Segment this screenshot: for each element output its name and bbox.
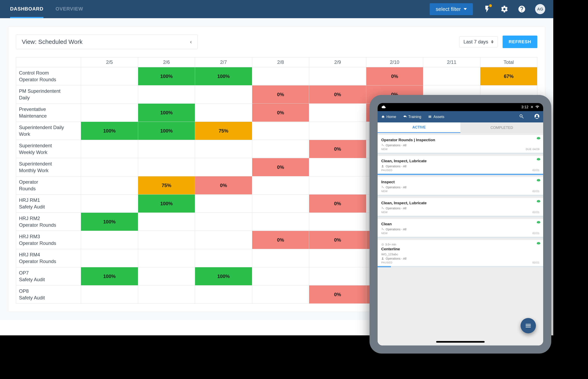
data-cell[interactable] bbox=[81, 249, 138, 267]
data-cell[interactable] bbox=[81, 85, 138, 104]
data-cell[interactable]: 0% bbox=[252, 231, 309, 249]
data-cell[interactable] bbox=[252, 195, 309, 213]
data-cell[interactable] bbox=[81, 176, 138, 195]
data-cell[interactable] bbox=[81, 158, 138, 176]
data-cell[interactable] bbox=[252, 267, 309, 285]
data-cell[interactable] bbox=[138, 267, 195, 285]
data-cell[interactable] bbox=[195, 285, 252, 304]
data-cell[interactable]: 100% bbox=[138, 122, 195, 140]
task-status: PAUSED bbox=[381, 261, 392, 264]
tablet-app-header: Home Training Assets bbox=[377, 111, 543, 122]
date-range-select[interactable]: Last 7 days bbox=[459, 36, 498, 47]
data-cell[interactable]: 100% bbox=[195, 67, 252, 85]
data-cell[interactable]: 75% bbox=[195, 122, 252, 140]
data-cell[interactable] bbox=[195, 158, 252, 176]
data-cell[interactable] bbox=[252, 140, 309, 158]
data-cell[interactable] bbox=[309, 176, 366, 195]
data-cell[interactable]: 100% bbox=[195, 267, 252, 285]
data-cell[interactable]: 100% bbox=[81, 213, 138, 231]
nav-training[interactable]: Training bbox=[403, 115, 421, 119]
data-cell[interactable] bbox=[138, 285, 195, 304]
task-list[interactable]: Operator Rounds | InspectionOperations -… bbox=[377, 133, 543, 346]
data-cell[interactable] bbox=[138, 140, 195, 158]
task-card[interactable]: 3.0+ minCenterlineWO_123abcOperations - … bbox=[377, 240, 543, 266]
data-cell[interactable]: 0% bbox=[252, 104, 309, 122]
tab-dashboard[interactable]: DASHBOARD bbox=[10, 0, 44, 18]
task-card[interactable]: CleanOperations - AllNEW02/21 bbox=[377, 219, 543, 237]
data-cell[interactable] bbox=[195, 213, 252, 231]
data-cell[interactable] bbox=[138, 158, 195, 176]
task-card[interactable]: Clean, Inspect, LubricateOperations - Al… bbox=[377, 156, 543, 174]
data-cell[interactable] bbox=[252, 249, 309, 267]
data-cell[interactable] bbox=[195, 249, 252, 267]
nav-home[interactable]: Home bbox=[381, 115, 396, 119]
data-cell[interactable]: 0% bbox=[309, 231, 366, 249]
task-progress bbox=[377, 195, 543, 196]
help-icon[interactable] bbox=[518, 5, 526, 13]
filter-select[interactable]: select filter bbox=[430, 3, 473, 15]
data-cell[interactable]: 0% bbox=[252, 85, 309, 104]
task-card[interactable]: InspectOperations - AllNEW02/21 bbox=[377, 177, 543, 195]
data-cell[interactable] bbox=[309, 267, 366, 285]
data-cell[interactable] bbox=[252, 122, 309, 140]
data-cell[interactable]: 0% bbox=[309, 285, 366, 304]
task-subtitle: Operations - All bbox=[381, 206, 540, 210]
data-cell[interactable] bbox=[252, 213, 309, 231]
data-cell[interactable] bbox=[252, 176, 309, 195]
data-cell[interactable] bbox=[81, 140, 138, 158]
data-cell[interactable] bbox=[138, 231, 195, 249]
data-cell[interactable]: 75% bbox=[138, 176, 195, 195]
tab-overview[interactable]: OVERVIEW bbox=[56, 0, 83, 18]
data-cell[interactable] bbox=[81, 231, 138, 249]
task-right-meta: 02/21 bbox=[532, 232, 540, 235]
data-cell[interactable] bbox=[252, 67, 309, 85]
data-cell[interactable] bbox=[195, 231, 252, 249]
gear-icon[interactable] bbox=[500, 5, 508, 13]
data-cell[interactable] bbox=[81, 195, 138, 213]
data-cell[interactable]: 100% bbox=[138, 67, 195, 85]
notifications-icon[interactable] bbox=[483, 5, 491, 13]
data-cell[interactable]: 100% bbox=[138, 104, 195, 122]
data-cell[interactable] bbox=[81, 67, 138, 85]
data-cell[interactable] bbox=[195, 195, 252, 213]
data-cell[interactable] bbox=[309, 104, 366, 122]
data-cell[interactable] bbox=[81, 285, 138, 304]
data-cell[interactable] bbox=[138, 249, 195, 267]
data-cell[interactable] bbox=[309, 67, 366, 85]
data-cell[interactable] bbox=[309, 249, 366, 267]
data-cell[interactable]: 0% bbox=[366, 67, 423, 85]
task-card[interactable]: Operator Rounds | InspectionOperations -… bbox=[377, 135, 543, 153]
data-cell[interactable]: 100% bbox=[138, 195, 195, 213]
refresh-button[interactable]: REFRESH bbox=[503, 35, 537, 48]
data-cell[interactable]: 100% bbox=[81, 122, 138, 140]
data-cell[interactable]: 0% bbox=[195, 176, 252, 195]
user-avatar[interactable]: AG bbox=[535, 4, 545, 14]
data-cell[interactable] bbox=[423, 67, 480, 85]
task-title: Centerline bbox=[381, 247, 540, 251]
column-header: 2/5 bbox=[81, 57, 138, 67]
search-icon[interactable] bbox=[519, 114, 524, 120]
data-cell[interactable]: 100% bbox=[81, 267, 138, 285]
account-icon[interactable] bbox=[534, 114, 540, 120]
data-cell[interactable] bbox=[195, 140, 252, 158]
task-card[interactable]: Clean, Inspect, LubricateOperations - Al… bbox=[377, 198, 543, 216]
data-cell[interactable] bbox=[81, 104, 138, 122]
data-cell[interactable] bbox=[195, 104, 252, 122]
subtab-active[interactable]: ACTIVE bbox=[377, 122, 460, 133]
nav-assets[interactable]: Assets bbox=[428, 115, 444, 119]
data-cell[interactable]: 67% bbox=[480, 67, 537, 85]
data-cell[interactable]: 0% bbox=[309, 140, 366, 158]
data-cell[interactable]: 0% bbox=[309, 85, 366, 104]
data-cell[interactable] bbox=[138, 85, 195, 104]
data-cell[interactable] bbox=[309, 122, 366, 140]
data-cell[interactable]: 0% bbox=[309, 195, 366, 213]
data-cell[interactable] bbox=[195, 85, 252, 104]
data-cell[interactable] bbox=[252, 285, 309, 304]
data-cell[interactable] bbox=[309, 158, 366, 176]
data-cell[interactable] bbox=[138, 213, 195, 231]
view-selector[interactable]: View: Scheduled Work ‹ bbox=[16, 34, 198, 49]
data-cell[interactable] bbox=[309, 213, 366, 231]
data-cell[interactable]: 0% bbox=[252, 158, 309, 176]
subtab-completed[interactable]: COMPLETED bbox=[460, 122, 543, 133]
fab-menu-button[interactable] bbox=[521, 318, 536, 333]
